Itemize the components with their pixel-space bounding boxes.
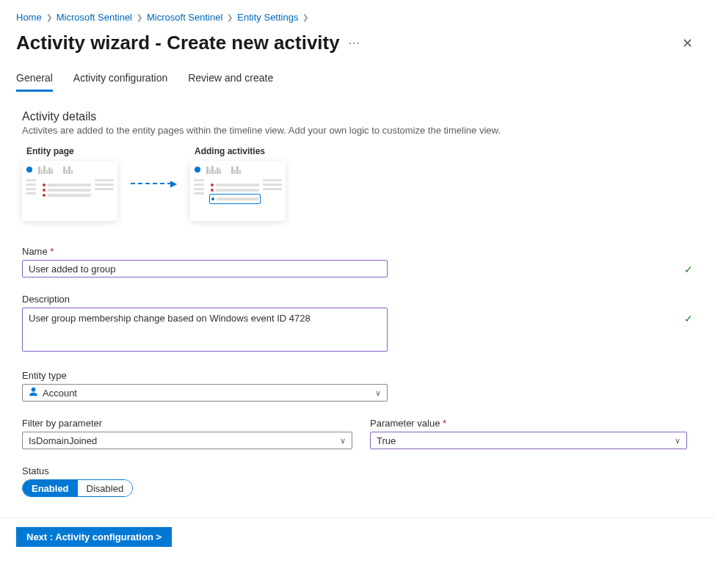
description-label: Description [22, 294, 699, 305]
chevron-right-icon: ❯ [46, 13, 52, 21]
tabs: General Activity configuration Review an… [16, 68, 699, 92]
close-icon[interactable]: ✕ [676, 32, 699, 54]
status-enabled-option[interactable]: Enabled [23, 480, 78, 496]
chevron-down-icon: ∨ [675, 436, 680, 446]
arrow-right-icon: ▶ [131, 178, 177, 189]
status-toggle[interactable]: Enabled Disabled [22, 479, 133, 497]
entity-type-select[interactable]: Account ∨ [22, 384, 388, 402]
filter-by-parameter-value: IsDomainJoined [29, 435, 97, 446]
chevron-right-icon: ❯ [227, 13, 233, 21]
next-button[interactable]: Next : Activity configuration > [16, 527, 172, 547]
parameter-value-select[interactable]: True ∨ [370, 432, 687, 449]
chevron-right-icon: ❯ [137, 13, 142, 21]
diagram-caption-entity-page: Entity page [26, 146, 117, 156]
parameter-value-label: Parameter value [370, 418, 687, 429]
entity-type-label: Entity type [22, 370, 699, 381]
section-heading: Activity details [22, 110, 699, 123]
check-icon: ✓ [684, 313, 693, 324]
user-icon [29, 387, 38, 399]
chevron-down-icon: ∨ [340, 436, 346, 446]
breadcrumb: Home ❯ Microsoft Sentinel ❯ Microsoft Se… [16, 7, 699, 32]
name-label: Name [22, 246, 699, 257]
filter-by-parameter-select[interactable]: IsDomainJoined ∨ [22, 432, 352, 449]
status-label: Status [22, 465, 699, 476]
name-input[interactable] [22, 260, 388, 277]
breadcrumb-item[interactable]: Entity Settings [237, 12, 298, 23]
diagram-caption-adding-activities: Adding activities [195, 146, 286, 156]
parameter-value-value: True [377, 435, 396, 446]
breadcrumb-item[interactable]: Microsoft Sentinel [147, 12, 222, 23]
tab-general[interactable]: General [16, 68, 53, 92]
section-description: Activites are added to the entity pages … [22, 125, 699, 136]
entity-page-thumbnail [22, 161, 117, 221]
tab-review-and-create[interactable]: Review and create [188, 68, 273, 92]
more-icon[interactable]: ··· [349, 37, 360, 50]
explainer-diagram: Entity page ▶ [22, 146, 699, 221]
check-icon: ✓ [684, 264, 693, 275]
adding-activities-thumbnail [190, 161, 286, 221]
entity-type-value: Account [43, 388, 77, 399]
chevron-right-icon: ❯ [302, 13, 308, 21]
page-title: Activity wizard - Create new activity [16, 32, 340, 54]
filter-by-parameter-label: Filter by parameter [22, 418, 352, 429]
breadcrumb-item[interactable]: Home [16, 12, 42, 23]
status-disabled-option[interactable]: Disabled [78, 480, 133, 496]
description-input[interactable] [22, 308, 388, 352]
tab-activity-configuration[interactable]: Activity configuration [73, 68, 167, 92]
breadcrumb-item[interactable]: Microsoft Sentinel [57, 12, 132, 23]
chevron-down-icon: ∨ [375, 388, 381, 398]
